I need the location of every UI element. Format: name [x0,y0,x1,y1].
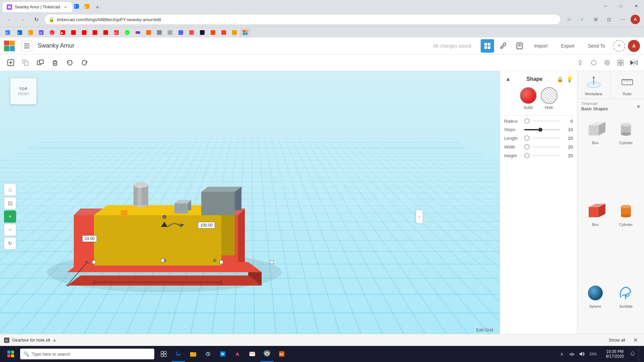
bookmark-maps[interactable]: M [3,28,14,37]
close-bar-button[interactable]: ✕ [631,336,640,345]
tab-inactive-2[interactable]: D [83,1,93,11]
bookmark-chain2[interactable] [165,28,175,37]
solid-option[interactable]: Solid [520,87,537,110]
home-view-button[interactable]: ⌂ [4,184,16,196]
taskview-button[interactable] [157,346,170,362]
lang-indicator[interactable]: ENG [587,347,599,361]
bookmark-edge[interactable]: e [15,28,25,37]
redo-button[interactable] [78,56,91,69]
orbit-button[interactable]: ↻ [4,237,16,249]
refresh-button[interactable]: ↻ [31,14,42,25]
export-button[interactable]: Export [555,41,580,51]
active-tab[interactable]: T Swanky Amur | Tinkercad ✕ [3,2,72,12]
gmail-taskbar-button[interactable] [246,346,259,362]
add-user-button[interactable]: + [613,40,625,52]
start-button[interactable] [3,346,19,362]
ruler-tool[interactable]: Ruler [611,71,644,99]
menu-button[interactable]: ⋯ [617,14,628,25]
show-desktop-button[interactable] [639,346,641,362]
panel-collapse-arrow[interactable]: ▲ [504,75,512,83]
edit-grid-button[interactable]: Edit Grid [476,327,493,333]
file-expand-icon[interactable]: ∧ [53,338,56,343]
extensions-button[interactable]: ⚙ [590,14,601,25]
bookmark-tinkercad[interactable] [240,28,250,37]
bookmark-yandex[interactable] [219,28,229,37]
category-chevron-icon[interactable]: ▾ [637,103,640,110]
bookmark-flickr[interactable] [133,28,143,37]
height-circle-input[interactable] [524,153,530,158]
width-slider-track[interactable] [532,146,560,147]
bookmark-g[interactable]: G [122,28,132,37]
search-bar[interactable]: 🔍 Type here to search [20,349,154,359]
shape-item-box-gray[interactable]: Box [581,117,609,196]
show-all-button[interactable]: Show all [606,336,628,344]
delete-button[interactable] [48,56,62,69]
bookmark-amazon[interactable]: a [25,28,36,37]
edge-taskbar-button[interactable] [172,346,185,362]
bookmark-youtube3[interactable] [79,28,89,37]
new-tab-button[interactable]: + [93,3,102,12]
extension-button[interactable]: ✓ [577,14,588,25]
shape-item-box-red[interactable]: Box [581,198,609,278]
shape-item-cylinder-orange[interactable]: Cylinder [612,198,640,278]
bookmark-grid[interactable] [229,28,239,37]
bookmark-valorant[interactable] [186,28,197,37]
shape-tool-button[interactable] [588,57,600,69]
bookmark-discord[interactable] [176,28,186,37]
system-clock[interactable]: 10:35 PM 8/17/2020 [603,349,627,359]
game-taskbar-button[interactable] [231,346,244,362]
copy-button[interactable] [19,56,32,69]
duplicate-button[interactable] [34,56,47,69]
sendto-button[interactable]: Send To [583,41,610,51]
back-button[interactable]: ← [4,14,15,25]
hamburger-menu-button[interactable] [21,41,32,51]
close-button[interactable]: ✕ [629,0,644,12]
tab-inactive-1[interactable]: f [72,1,82,11]
bookmark-m[interactable]: M [36,28,46,37]
light-tool-button[interactable] [574,57,586,69]
mirror-tool-button[interactable] [628,57,640,69]
fit-view-button[interactable]: ⊡ [4,197,16,209]
import-button[interactable]: Import [529,41,553,51]
bookmark-youtube5[interactable] [101,28,111,37]
bookmark-chain[interactable] [154,28,164,37]
url-bar[interactable]: 🔒 tinkercad.com/things/b6BfwcXqxPY-swank… [44,14,561,25]
volume-icon[interactable] [577,347,587,361]
shape-item-cylinder-gray[interactable]: Cylinder [612,117,640,196]
store-taskbar-button[interactable]: W [216,346,229,362]
steps-slider-thumb[interactable] [538,128,542,132]
network-icon[interactable] [567,347,577,361]
length-circle-input[interactable] [524,135,530,141]
zoom-out-button[interactable]: − [4,224,16,236]
bookmark-rss[interactable] [144,28,154,37]
bookmark-opera[interactable]: O [47,28,57,37]
steps-slider-track[interactable] [524,129,560,130]
notifications-button[interactable] [628,347,637,361]
select-tool-button[interactable] [601,57,613,69]
width-circle-input[interactable] [524,144,530,149]
maximize-button[interactable]: □ [613,0,629,12]
lightbulb-icon[interactable]: 💡 [566,76,573,82]
bookmark-youtube2[interactable] [68,28,78,37]
grid-tool-button[interactable] [614,57,627,69]
explorer-taskbar-button[interactable] [186,346,200,362]
bookmark-youtube4[interactable] [90,28,100,37]
zoom-in-button[interactable]: + [4,210,16,223]
forward-button[interactable]: → [17,14,28,25]
cast-button[interactable]: ⊡ [604,14,614,25]
minimize-button[interactable]: ─ [598,0,613,12]
undo-button[interactable] [63,56,76,69]
bookmark-star-button[interactable]: ☆ [564,14,574,25]
grid-view-button[interactable] [481,39,494,53]
user-avatar[interactable]: A [628,40,640,52]
tools-button[interactable] [497,39,510,53]
viewport-3d[interactable]: TOP FRONT ⌂ ⊡ + − ↻ [0,71,500,362]
bookmark-reddit[interactable] [208,28,218,37]
profile-avatar[interactable]: A [631,15,640,24]
show-hidden-icons-button[interactable]: ∧ [557,347,567,361]
book-button[interactable] [513,39,526,53]
lock-icon[interactable]: 🔒 [557,76,564,82]
height-slider-track[interactable] [532,155,560,156]
hole-option[interactable]: Hole [541,87,557,110]
radius-slider-track[interactable] [532,120,560,122]
